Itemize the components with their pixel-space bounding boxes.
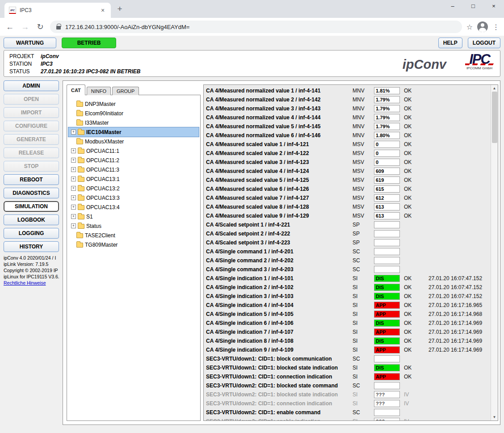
sidebar-button-logging[interactable]: LOGGING	[4, 228, 59, 239]
tree-item-opcuac11:1[interactable]: +OPCUAC11:1	[68, 146, 199, 156]
sidebar-button-open[interactable]: OPEN	[4, 94, 59, 105]
browser-tab[interactable]: IPC IPC3 ×	[4, 3, 111, 18]
signal-value-box[interactable]	[374, 382, 400, 389]
signal-value-box[interactable]: APP	[374, 373, 400, 380]
expand-plus-icon[interactable]: +	[71, 177, 76, 181]
back-icon[interactable]: ←	[4, 22, 15, 32]
signal-value-box[interactable]: DIS	[374, 319, 400, 327]
scrollbar-thumb[interactable]	[492, 92, 497, 143]
signal-value-box[interactable]: 1.79%	[374, 96, 400, 103]
lock-icon[interactable]	[56, 26, 61, 29]
signal-value-box[interactable]	[374, 266, 400, 273]
scroll-up-icon[interactable]: ▲	[491, 85, 498, 92]
tree-item-opcuac13:1[interactable]: +OPCUAC13:1	[68, 174, 199, 184]
signal-value-box[interactable]: APP	[374, 328, 400, 336]
signal-value-box[interactable]	[374, 257, 400, 264]
signal-value-box[interactable]: 0	[374, 159, 400, 166]
bookmark-star-icon[interactable]: ☆	[466, 23, 473, 31]
scroll-down-icon[interactable]: ▼	[491, 414, 498, 420]
signal-value-box[interactable]: 1.81%	[374, 87, 400, 94]
signal-value-box[interactable]: ???	[374, 418, 400, 421]
expand-plus-icon[interactable]: +	[71, 130, 76, 135]
signal-value-box[interactable]: APP	[374, 302, 400, 309]
signal-value-box[interactable]: 613	[374, 203, 400, 210]
expand-plus-icon[interactable]: +	[71, 148, 76, 153]
sidebar-button-configure[interactable]: CONFIGURE	[4, 121, 59, 131]
expand-plus-icon[interactable]: +	[71, 223, 76, 228]
help-button[interactable]: HELP	[438, 38, 462, 48]
reload-icon[interactable]: ↻	[35, 22, 46, 32]
expand-plus-icon[interactable]: +	[71, 167, 76, 172]
signal-value-box[interactable]: 0	[374, 141, 400, 148]
tree-item-opcuac13:2[interactable]: +OPCUAC13:2	[68, 184, 199, 193]
vertical-scrollbar[interactable]: ▲ ▼	[491, 85, 498, 420]
signal-value-box[interactable]: 615	[374, 185, 400, 193]
signal-value-box[interactable]: 612	[374, 194, 400, 202]
expand-plus-icon[interactable]: +	[71, 205, 76, 210]
signal-value-box[interactable]: 1.80%	[374, 132, 400, 139]
sidebar-button-logbook[interactable]: LOGBOOK	[4, 214, 59, 225]
sidebar-button-generate[interactable]: GENERATE	[4, 134, 59, 145]
maximize-button[interactable]: □	[463, 0, 483, 13]
signal-value-box[interactable]: 613	[374, 212, 400, 219]
tree-item-tase2client[interactable]: TASE2Client	[68, 231, 199, 240]
signal-value-box[interactable]: ???	[374, 391, 400, 398]
sidebar-button-release[interactable]: RELEASE	[4, 147, 59, 158]
close-button[interactable]: ×	[483, 0, 504, 13]
expand-plus-icon[interactable]: +	[71, 186, 76, 191]
signal-value-box[interactable]: 0	[374, 150, 400, 157]
signal-value-box[interactable]: 1.79%	[374, 105, 400, 112]
tree-item-opcuac11:2[interactable]: +OPCUAC11:2	[68, 156, 199, 165]
sidebar-button-simulation[interactable]: SIMULATION	[4, 201, 59, 212]
signal-value-box[interactable]: 609	[374, 168, 400, 175]
betrieb-button[interactable]: BETRIEB	[62, 38, 116, 48]
browser-menu-icon[interactable]: ⋮	[492, 23, 500, 31]
logout-button[interactable]: LOGOUT	[468, 38, 500, 48]
signal-value-box[interactable]	[374, 239, 400, 246]
sidebar-button-diagnostics[interactable]: DIAGNOSTICS	[4, 188, 59, 198]
tree-item-elcom90initiator[interactable]: Elcom90Initiator	[68, 109, 199, 118]
tab-cat[interactable]: CAT	[67, 84, 85, 95]
tab-ninfo[interactable]: NINFO	[87, 87, 111, 95]
tab-close-icon[interactable]: ×	[99, 7, 106, 14]
signal-value-box[interactable]: APP	[374, 311, 400, 318]
url-input[interactable]: 172.16.240.13:9000/-AoAiZn-dbYGNg4EAYdM=	[50, 21, 462, 33]
signal-value-box[interactable]: DIS	[374, 275, 400, 282]
tree-item-iec104master[interactable]: +IEC104Master	[68, 127, 199, 137]
tree-item-s1[interactable]: +S1	[68, 212, 199, 221]
signal-value-box[interactable]: DIS	[374, 364, 400, 371]
signal-value-box[interactable]: ???	[374, 400, 400, 407]
new-tab-button[interactable]: +	[113, 3, 126, 16]
wartung-button[interactable]: WARTUNG	[4, 38, 56, 48]
signal-value-box[interactable]	[374, 221, 400, 228]
signal-value-box[interactable]: APP	[374, 346, 400, 353]
tree-item-modbusxmaster[interactable]: ModbusXMaster	[68, 137, 199, 146]
profile-avatar[interactable]	[477, 21, 488, 32]
tree-item-opcuac13:4[interactable]: +OPCUAC13:4	[68, 202, 199, 212]
tab-group[interactable]: GROUP	[112, 87, 139, 95]
tree-item-opcuac11:3[interactable]: +OPCUAC11:3	[68, 165, 199, 174]
signal-value-box[interactable]	[374, 248, 400, 255]
signal-value-box[interactable]: 619	[374, 177, 400, 184]
expand-plus-icon[interactable]: +	[71, 214, 76, 219]
tree-item-tg809master[interactable]: TG809Master	[68, 240, 199, 249]
expand-plus-icon[interactable]: +	[71, 158, 76, 163]
signal-value-box[interactable]: DIS	[374, 337, 400, 345]
signal-value-box[interactable]	[374, 409, 400, 416]
sidebar-button-history[interactable]: HISTORY	[4, 241, 59, 252]
signal-value-box[interactable]: DIS	[374, 284, 400, 291]
signal-value-box[interactable]: 1.79%	[374, 123, 400, 130]
signal-value-box[interactable]	[374, 355, 400, 362]
tree-item-opcuac13:3[interactable]: +OPCUAC13:3	[68, 193, 199, 202]
expand-plus-icon[interactable]: +	[71, 195, 76, 200]
sidebar-button-admin[interactable]: ADMIN	[4, 80, 59, 91]
signal-value-box[interactable]	[374, 230, 400, 237]
signal-value-box[interactable]: 1.79%	[374, 114, 400, 121]
sidebar-button-stop[interactable]: STOP	[4, 161, 59, 172]
tree-item-i33master[interactable]: I33Master	[68, 118, 199, 127]
sidebar-button-reboot[interactable]: REBOOT	[4, 174, 59, 185]
rechtliche-hinweise-link[interactable]: Rechtliche Hinweise	[4, 280, 46, 286]
tree-item-dnp3master[interactable]: DNP3Master	[68, 99, 199, 109]
signal-value-box[interactable]: DIS	[374, 293, 400, 300]
minimize-button[interactable]: –	[442, 0, 463, 13]
